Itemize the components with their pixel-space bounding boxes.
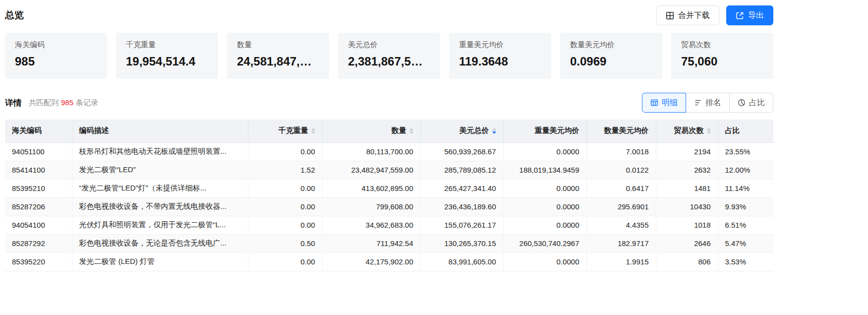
column-header-trade-count[interactable]: 贸易次数 xyxy=(656,120,718,142)
tab-detail[interactable]: 明细 xyxy=(642,93,686,113)
card-label: 贸易次数 xyxy=(681,40,763,50)
column-label: 占比 xyxy=(725,126,740,135)
page: 总览 合并下载 导出 海关编码985千克重量19,954,514.4数量24,5… xyxy=(0,0,773,271)
card-label: 数量 xyxy=(237,40,319,50)
export-icon xyxy=(736,11,744,20)
sort-icon[interactable] xyxy=(707,128,711,134)
cell-share: 9.93% xyxy=(718,197,773,216)
export-button[interactable]: 导出 xyxy=(726,5,773,25)
cell-quantity: 413,602,895.00 xyxy=(322,179,420,197)
column-label: 千克重量 xyxy=(279,126,308,135)
cell-qty-usd-avg: 295.6901 xyxy=(586,197,656,216)
column-label: 美元总价 xyxy=(460,126,489,135)
table-body: 94051100枝形吊灯和其他电动天花板或墙壁照明装置...0.0080,113… xyxy=(5,142,773,271)
cell-description: 发光二极管“LED” xyxy=(72,161,248,179)
table-header: 海关编码编码描述千克重量数量美元总价重量美元均价数量美元均价贸易次数占比 xyxy=(5,120,773,142)
tab-ranking[interactable]: 排名 xyxy=(686,93,730,113)
cell-description: 彩色电视接收设备，无论是否包含无线电广... xyxy=(72,234,248,252)
cell-qty-usd-avg: 182.9717 xyxy=(586,234,656,252)
match-text: 共匹配到985条记录 xyxy=(29,98,98,108)
card-value: 24,581,847,… xyxy=(237,55,319,68)
cell-share: 11.14% xyxy=(718,179,773,197)
results-table: 海关编码编码描述千克重量数量美元总价重量美元均价数量美元均价贸易次数占比 940… xyxy=(5,120,773,271)
cell-qty-usd-avg: 1.9915 xyxy=(586,252,656,271)
cell-kg-weight: 0.00 xyxy=(248,197,322,216)
cell-trade-count: 1018 xyxy=(656,216,718,234)
cell-kg-weight: 0.50 xyxy=(248,234,322,252)
cell-share: 12.00% xyxy=(718,161,773,179)
cell-description: 光伏灯具和照明装置，仅用于发光二极管“L... xyxy=(72,216,248,234)
cell-weight-usd-avg: 0.0000 xyxy=(503,216,586,234)
topbar-actions: 合并下载 导出 xyxy=(656,5,773,25)
card-label: 重量美元均价 xyxy=(459,40,541,50)
column-label: 编码描述 xyxy=(79,126,109,135)
cell-usd-total: 560,939,268.67 xyxy=(420,142,503,161)
cell-trade-count: 2632 xyxy=(656,161,718,179)
column-label: 贸易次数 xyxy=(674,126,704,135)
cell-kg-weight: 0.00 xyxy=(248,142,322,161)
cell-weight-usd-avg: 0.0000 xyxy=(503,179,586,197)
sort-icon[interactable] xyxy=(409,128,413,134)
card-value: 75,060 xyxy=(681,55,763,68)
cell-quantity: 23,482,947,559.00 xyxy=(322,161,420,179)
card-value: 0.0969 xyxy=(570,55,652,68)
match-suffix: 条记录 xyxy=(76,98,98,107)
cell-qty-usd-avg: 0.6417 xyxy=(586,179,656,197)
cell-usd-total: 155,076,261.17 xyxy=(420,216,503,234)
card-value: 985 xyxy=(15,55,97,68)
table-row: 85395210“发光二极管“LED”灯”（未提供详细标...0.00413,6… xyxy=(5,179,773,197)
cell-hs-code: 85287206 xyxy=(5,197,72,216)
tab-proportion[interactable]: 占比 xyxy=(729,93,773,113)
column-header-usd-total[interactable]: 美元总价 xyxy=(420,120,503,142)
merge-download-button[interactable]: 合并下载 xyxy=(656,5,719,25)
cell-trade-count: 1481 xyxy=(656,179,718,197)
cell-description: “发光二极管“LED”灯”（未提供详细标... xyxy=(72,179,248,197)
column-label: 重量美元均价 xyxy=(535,126,579,135)
tab-label: 明细 xyxy=(662,99,678,107)
cell-weight-usd-avg: 0.0000 xyxy=(503,142,586,161)
card-value: 119.3648 xyxy=(459,55,541,68)
page-title: 总览 xyxy=(5,9,24,22)
column-header-quantity[interactable]: 数量 xyxy=(322,120,420,142)
details-left: 详情 共匹配到985条记录 xyxy=(5,97,98,109)
column-header-description: 编码描述 xyxy=(72,120,248,142)
summary-card-4: 美元总价2,381,867,5… xyxy=(338,33,440,79)
match-prefix: 共匹配到 xyxy=(29,98,58,107)
cell-quantity: 799,608.00 xyxy=(322,197,420,216)
table-row: 85287292彩色电视接收设备，无论是否包含无线电广...0.50711,94… xyxy=(5,234,773,252)
sort-icon[interactable] xyxy=(311,128,315,134)
card-value: 2,381,867,5… xyxy=(348,55,430,68)
table-row: 85395220发光二极管 (LED) 灯管0.0042,175,902.008… xyxy=(5,252,773,271)
table-row: 94054100光伏灯具和照明装置，仅用于发光二极管“L...0.0034,96… xyxy=(5,216,773,234)
cell-usd-total: 83,991,605.00 xyxy=(420,252,503,271)
column-label: 数量 xyxy=(392,126,406,135)
cell-usd-total: 265,427,341.40 xyxy=(420,179,503,197)
merge-download-label: 合并下载 xyxy=(678,11,710,19)
cell-usd-total: 236,436,189.60 xyxy=(420,197,503,216)
column-header-kg-weight[interactable]: 千克重量 xyxy=(248,120,322,142)
cell-trade-count: 10430 xyxy=(656,197,718,216)
summary-cards: 海关编码985千克重量19,954,514.4数量24,581,847,…美元总… xyxy=(5,33,773,79)
ranking-icon xyxy=(694,99,702,107)
card-label: 美元总价 xyxy=(348,40,430,50)
merge-download-icon xyxy=(666,11,674,20)
cell-description: 发光二极管 (LED) 灯管 xyxy=(72,252,248,271)
cell-share: 6.51% xyxy=(718,216,773,234)
cell-description: 枝形吊灯和其他电动天花板或墙壁照明装置... xyxy=(72,142,248,161)
card-label: 海关编码 xyxy=(15,40,97,50)
cell-description: 彩色电视接收设备，不带内置无线电接收器... xyxy=(72,197,248,216)
column-label: 数量美元均价 xyxy=(604,126,649,135)
sort-icon[interactable] xyxy=(492,128,496,134)
summary-card-1: 海关编码985 xyxy=(5,33,107,79)
table-header-row: 海关编码编码描述千克重量数量美元总价重量美元均价数量美元均价贸易次数占比 xyxy=(5,120,773,142)
details-title: 详情 xyxy=(5,97,22,109)
cell-hs-code: 85395210 xyxy=(5,179,72,197)
cell-share: 3.53% xyxy=(718,252,773,271)
card-label: 千克重量 xyxy=(126,40,208,50)
view-tab-group: 明细排名占比 xyxy=(642,93,773,113)
export-label: 导出 xyxy=(748,11,764,19)
cell-kg-weight: 0.00 xyxy=(248,179,322,197)
topbar: 总览 合并下载 导出 xyxy=(5,4,773,27)
cell-kg-weight: 0.00 xyxy=(248,252,322,271)
table-grid-icon xyxy=(650,99,658,107)
